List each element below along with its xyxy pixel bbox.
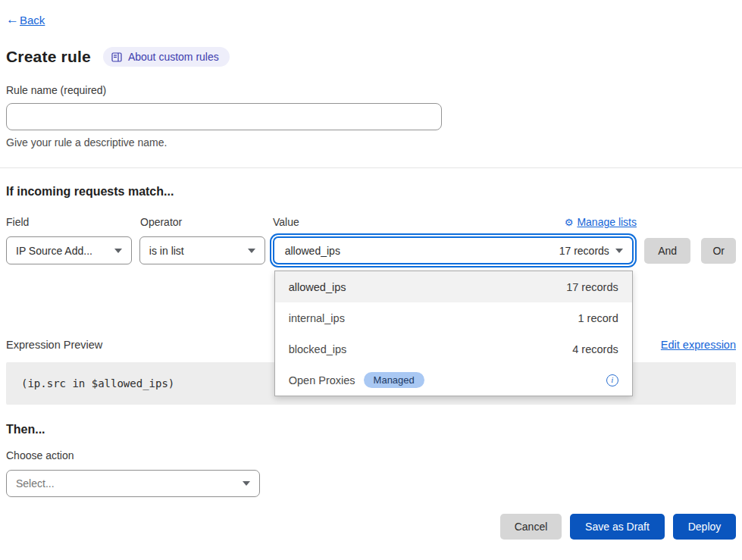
dropdown-option-open-proxies[interactable]: Open Proxies Managed i xyxy=(275,364,632,396)
option-records: 1 record xyxy=(578,312,618,324)
managed-badge: Managed xyxy=(364,372,424,388)
value-label-row: Value ⚙ Manage lists xyxy=(273,216,637,228)
match-section-heading: If incoming requests match... xyxy=(6,185,736,199)
action-select[interactable]: Select... xyxy=(6,470,260,497)
title-row: Create rule About custom rules xyxy=(6,47,736,67)
book-icon xyxy=(111,52,122,62)
back-row: ←Back xyxy=(6,0,736,27)
gear-icon: ⚙ xyxy=(565,217,574,228)
action-select-placeholder: Select... xyxy=(16,477,55,490)
manage-lists-link[interactable]: ⚙ Manage lists xyxy=(565,216,637,228)
value-combobox-records: 17 records xyxy=(559,245,609,257)
value-combobox-selected: allowed_ips xyxy=(285,245,340,257)
chevron-down-icon xyxy=(114,249,122,253)
cancel-button[interactable]: Cancel xyxy=(500,514,562,540)
chevron-down-icon xyxy=(615,249,623,253)
option-records: 4 records xyxy=(572,343,618,355)
dropdown-option-allowed-ips[interactable]: allowed_ips 17 records xyxy=(275,271,632,302)
and-button[interactable]: And xyxy=(644,238,691,264)
condition-controls-row: IP Source Add... is in list allowed_ips … xyxy=(6,236,736,264)
or-button[interactable]: Or xyxy=(701,238,736,264)
rule-name-input[interactable] xyxy=(6,103,442,130)
value-combobox-wrap: allowed_ips 17 records allowed_ips 17 re… xyxy=(273,236,634,264)
condition-labels-row: Field Operator Value ⚙ Manage lists xyxy=(6,216,736,228)
deploy-button[interactable]: Deploy xyxy=(673,514,736,540)
then-section-heading: Then... xyxy=(6,423,736,436)
manage-lists-label: Manage lists xyxy=(577,216,637,228)
option-name: allowed_ips xyxy=(289,281,346,293)
chevron-down-icon xyxy=(248,249,255,253)
about-custom-rules-link[interactable]: About custom rules xyxy=(103,47,230,67)
option-name: internal_ips xyxy=(289,312,345,324)
save-as-draft-button[interactable]: Save as Draft xyxy=(570,514,665,540)
chevron-down-icon xyxy=(243,481,250,486)
option-name-group: Open Proxies Managed xyxy=(289,372,424,388)
rule-name-label: Rule name (required) xyxy=(6,84,736,96)
value-combobox[interactable]: allowed_ips 17 records xyxy=(273,236,634,264)
field-select-value: IP Source Add... xyxy=(16,245,92,257)
page-title: Create rule xyxy=(6,48,91,66)
field-label: Field xyxy=(6,216,133,228)
section-divider xyxy=(0,167,742,168)
back-link[interactable]: ←Back xyxy=(6,12,45,27)
info-icon[interactable]: i xyxy=(606,374,618,386)
expression-preview-label: Expression Preview xyxy=(6,339,102,351)
operator-label: Operator xyxy=(140,216,267,228)
back-arrow-icon: ← xyxy=(6,12,19,27)
about-custom-rules-label: About custom rules xyxy=(128,51,219,63)
option-records: 17 records xyxy=(566,281,618,293)
operator-select-value: is in list xyxy=(149,245,184,257)
value-combobox-right: 17 records xyxy=(559,245,623,257)
back-label: Back xyxy=(20,14,45,27)
dropdown-option-internal-ips[interactable]: internal_ips 1 record xyxy=(275,302,632,333)
option-name: blocked_ips xyxy=(289,343,347,355)
operator-select[interactable]: is in list xyxy=(139,236,265,264)
rule-name-helper: Give your rule a descriptive name. xyxy=(6,136,736,149)
value-label: Value xyxy=(273,216,299,228)
edit-expression-link[interactable]: Edit expression xyxy=(661,339,736,351)
dropdown-option-blocked-ips[interactable]: blocked_ips 4 records xyxy=(275,333,632,364)
create-rule-page: ←Back Create rule About custom rules Rul… xyxy=(0,0,742,560)
footer-actions: Cancel Save as Draft Deploy xyxy=(6,514,736,540)
field-select[interactable]: IP Source Add... xyxy=(6,236,132,264)
choose-action-label: Choose action xyxy=(6,449,736,461)
option-name: Open Proxies xyxy=(289,374,355,386)
value-dropdown-panel: allowed_ips 17 records internal_ips 1 re… xyxy=(274,271,633,396)
